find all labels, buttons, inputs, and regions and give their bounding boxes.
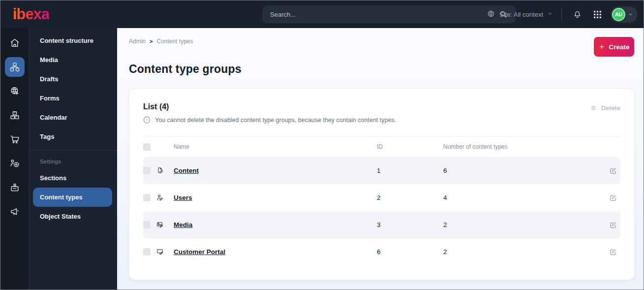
help-icon: ?: [143, 116, 151, 124]
search-input[interactable]: [270, 11, 496, 18]
global-search: [262, 5, 516, 23]
apps-grid-icon: [593, 10, 602, 19]
group-count: 4: [443, 194, 606, 201]
site-globe-icon: [9, 86, 20, 97]
chevron-down-icon: [628, 12, 633, 17]
user-edit-icon: [156, 193, 164, 202]
row-checkbox[interactable]: [143, 167, 151, 174]
edit-icon: [609, 194, 617, 202]
sidebar-item-content-structure[interactable]: Content structure: [29, 31, 117, 50]
breadcrumb-admin[interactable]: Admin: [129, 38, 146, 45]
group-count: 2: [443, 221, 606, 228]
sidebar-item-forms[interactable]: Forms: [29, 89, 117, 108]
notifications-button[interactable]: [570, 7, 584, 21]
row-checkbox[interactable]: [143, 194, 151, 201]
rail-item-admin[interactable]: [5, 178, 25, 197]
settings-section-label: Settings: [29, 155, 117, 168]
breadcrumb: Admin > Content types: [129, 38, 193, 45]
list-card: List (4) ? You cannot delete the disable…: [129, 88, 635, 280]
ibexa-logo[interactable]: ibexa: [13, 5, 49, 23]
rail-item-content[interactable]: [5, 57, 25, 77]
rail-item-commerce[interactable]: [5, 129, 25, 149]
sidebar-item-object-states[interactable]: Object States: [29, 207, 117, 226]
group-count: 2: [443, 248, 606, 256]
home-icon: [9, 37, 20, 48]
edit-button[interactable]: [606, 221, 620, 229]
icon-rail: [0, 28, 29, 290]
edit-icon: [609, 248, 617, 256]
sidebar-item-tags[interactable]: Tags: [29, 127, 117, 146]
breadcrumb-current: Content types: [156, 38, 193, 45]
image-edit-icon: [156, 221, 164, 229]
sidebar-item-calendar[interactable]: Calendar: [29, 108, 117, 127]
main-content: Admin > Content types Create Content typ…: [117, 28, 644, 290]
screen-edit-icon: [156, 248, 164, 256]
content-structure-icon: [9, 62, 20, 72]
globe-icon: [487, 9, 495, 20]
badge-icon: [9, 182, 20, 193]
topbar-divider: [561, 8, 562, 21]
svg-text:?: ?: [146, 118, 148, 122]
rail-item-site[interactable]: [5, 81, 25, 101]
edit-button[interactable]: [606, 248, 620, 256]
table-row: Users 2 4: [143, 184, 620, 211]
row-checkbox[interactable]: [143, 248, 151, 256]
row-checkbox[interactable]: [143, 221, 151, 228]
sidebar-item-drafts[interactable]: Drafts: [29, 69, 117, 89]
avatar: AU: [612, 8, 625, 21]
table-row: Customer Portal 6 2: [143, 238, 620, 265]
sidebar-item-sections[interactable]: Sections: [29, 168, 117, 188]
column-header-count: Number of content types: [443, 143, 606, 150]
create-button[interactable]: Create: [594, 37, 634, 57]
sidebar-item-media[interactable]: Media: [29, 50, 117, 69]
plus-icon: [598, 43, 605, 50]
select-all-checkbox[interactable]: [143, 143, 151, 151]
bell-icon: [573, 10, 582, 19]
megaphone-icon: [9, 206, 20, 217]
apps-grid-button[interactable]: [590, 7, 604, 21]
rail-item-dashboard[interactable]: [5, 33, 25, 53]
boxes-icon: [9, 110, 20, 121]
app-window: ibexa Site: All context: [0, 0, 644, 290]
group-id: 2: [377, 194, 443, 201]
group-link[interactable]: Media: [174, 221, 192, 228]
group-id: 1: [377, 167, 443, 174]
user-menu-button[interactable]: AU: [611, 6, 638, 23]
column-header-id: ID: [377, 143, 443, 150]
file-edit-icon: [156, 166, 164, 175]
table-row: Media 3 2: [143, 211, 620, 238]
sidebar-item-content-types[interactable]: Content types: [33, 188, 112, 207]
column-header-name: Name: [174, 143, 377, 150]
group-id: 3: [377, 221, 443, 228]
table-header: Name ID Number of content types: [143, 136, 620, 157]
page-title: Content type groups: [129, 63, 242, 76]
list-hint: ? You cannot delete the disabled content…: [143, 116, 620, 124]
group-count: 6: [443, 167, 606, 174]
rail-item-marketing[interactable]: [5, 202, 25, 222]
sidebar-menu: Content structure Media Drafts Forms Cal…: [29, 28, 117, 290]
edit-icon: [609, 221, 617, 229]
group-link[interactable]: Users: [174, 194, 192, 201]
audience-target-icon: [9, 158, 20, 169]
cart-icon: [9, 134, 20, 145]
edit-button[interactable]: [606, 167, 620, 175]
topbar-right: Site: All context AU: [487, 0, 638, 28]
edit-icon: [609, 167, 617, 175]
breadcrumb-separator: >: [150, 38, 153, 44]
menu-divider: [29, 150, 117, 151]
site-context-button[interactable]: Site: All context: [487, 9, 553, 20]
group-id: 6: [377, 248, 443, 256]
group-link[interactable]: Content: [174, 167, 199, 174]
group-link[interactable]: Customer Portal: [174, 248, 225, 256]
rail-item-product-catalog[interactable]: [5, 105, 25, 125]
site-context-label: Site: All context: [499, 11, 543, 18]
edit-button[interactable]: [606, 194, 620, 202]
rail-item-personalization[interactable]: [5, 154, 25, 173]
chevron-down-icon: [547, 11, 553, 18]
topbar: ibexa Site: All context: [0, 0, 644, 28]
trash-icon: [590, 104, 597, 112]
table-row: Content 1 6: [143, 157, 620, 184]
list-title: List (4): [143, 102, 620, 111]
logo-area: ibexa: [0, 5, 118, 23]
delete-button[interactable]: Delete: [590, 104, 620, 112]
